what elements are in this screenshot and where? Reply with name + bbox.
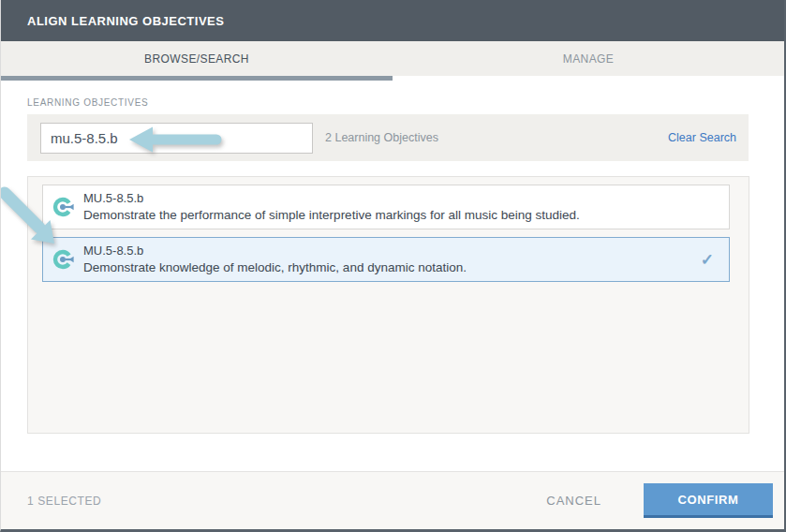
- clear-search-link[interactable]: Clear Search: [668, 131, 736, 144]
- search-input[interactable]: [40, 123, 313, 154]
- tab-manage[interactable]: MANAGE: [393, 41, 784, 76]
- objective-code: MU.5-8.5.b: [83, 190, 580, 207]
- objective-text-block: MU.5-8.5.b Demonstrate the performance o…: [83, 190, 580, 224]
- cancel-button[interactable]: CANCEL: [546, 494, 601, 508]
- selected-count-label: 1 SELECTED: [27, 495, 101, 508]
- confirm-button[interactable]: CONFIRM: [644, 483, 773, 518]
- objective-row-1[interactable]: MU.5-8.5.b Demonstrate the performance o…: [42, 185, 730, 229]
- tab-browse-search[interactable]: BROWSE/SEARCH: [1, 41, 393, 76]
- tab-bar: BROWSE/SEARCH MANAGE: [1, 41, 784, 76]
- learning-objectives-label: LEARNING OBJECTIVES: [27, 97, 148, 108]
- dialog-header: ALIGN LEARNING OBJECTIVES: [1, 0, 784, 41]
- search-strip: 2 Learning Objectives Clear Search: [27, 114, 749, 161]
- align-learning-objectives-dialog: ALIGN LEARNING OBJECTIVES BROWSE/SEARCH …: [0, 0, 786, 532]
- results-panel: MU.5-8.5.b Demonstrate the performance o…: [27, 176, 749, 434]
- objective-code: MU.5-8.5.b: [83, 243, 467, 259]
- active-tab-underline: [1, 76, 393, 81]
- selected-check-icon: ✓: [701, 250, 714, 270]
- dialog-title: ALIGN LEARNING OBJECTIVES: [27, 14, 224, 28]
- dialog-footer: 1 SELECTED CANCEL CONFIRM: [1, 471, 784, 529]
- objective-description: Demonstrate the performance of simple in…: [83, 207, 580, 224]
- results-count: 2 Learning Objectives: [325, 131, 438, 144]
- objective-row-2-selected[interactable]: MU.5-8.5.b Demonstrate knowledge of melo…: [42, 237, 730, 282]
- target-objective-icon: [52, 196, 74, 218]
- objective-text-block: MU.5-8.5.b Demonstrate knowledge of melo…: [83, 243, 467, 276]
- objective-description: Demonstrate knowledge of melodic, rhythm…: [83, 259, 467, 276]
- target-objective-icon: [52, 248, 74, 271]
